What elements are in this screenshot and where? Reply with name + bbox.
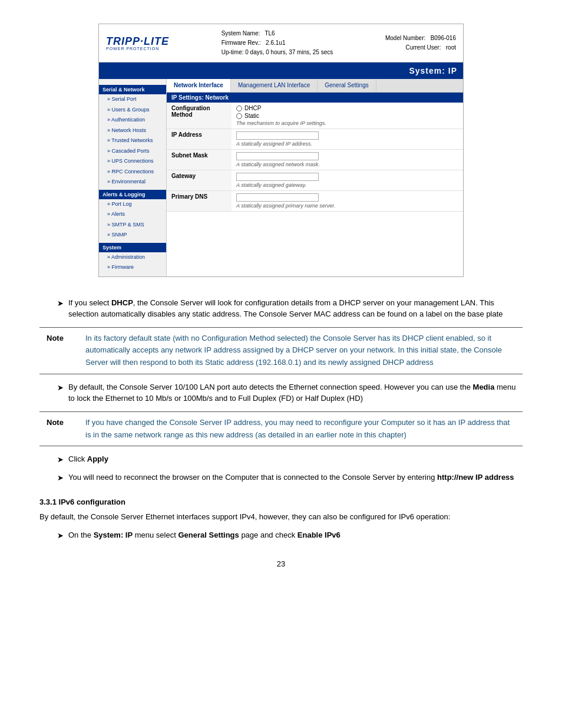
bullet-item-reconnect: ➤ You will need to reconnect the browser… (57, 472, 523, 484)
primary-dns-hint: A statically assigned primary name serve… (236, 203, 458, 209)
system-name-value: TL6 (265, 30, 275, 37)
tab-network-interface[interactable]: Network Interface (167, 79, 231, 92)
radio-dhcp-circle (236, 106, 242, 111)
sidebar-item-port-log[interactable]: Port Log (99, 199, 166, 210)
tabs-row: Network Interface Management LAN Interfa… (167, 79, 463, 93)
sidebar-item-alerts[interactable]: Alerts (99, 209, 166, 220)
gateway-input[interactable] (236, 173, 319, 181)
section-heading-ipv6: 3.3.1 IPv6 configuration (39, 498, 523, 506)
ip-address-label: IP Address (167, 129, 232, 150)
sidebar-item-environmental[interactable]: Environmental (99, 177, 166, 187)
ui-screenshot-panel: TRIPP·LITE POWER PROTECTION System Name:… (98, 24, 464, 277)
note-label-1: Note (47, 332, 76, 344)
sidebar-item-firmware[interactable]: Firmware (99, 262, 166, 273)
bullet-item-ipv6: ➤ On the System: IP menu select General … (57, 529, 523, 542)
sidebar-item-snmp[interactable]: SNMP (99, 230, 166, 241)
note-box-2: Note If you have changed the Console Ser… (39, 411, 523, 447)
sidebar-item-users-groups[interactable]: Users & Groups (99, 105, 166, 116)
bullet-item-media: ➤ By default, the Console Server 10/100 … (57, 381, 523, 404)
sidebar-item-administration[interactable]: Administration (99, 252, 166, 263)
bullet-item-dhcp: ➤ If you select DHCP, the Console Server… (57, 297, 523, 320)
tab-management-lan[interactable]: Management LAN Interface (231, 79, 318, 92)
logo-area: TRIPP·LITE POWER PROTECTION (106, 35, 169, 51)
ip-address-hint: A statically assigned IP address. (236, 141, 458, 147)
title-bar: System: IP (99, 62, 463, 79)
bullet-arrow-5: ➤ (57, 530, 64, 542)
sidebar-item-network-hosts[interactable]: Network Hosts (99, 126, 166, 136)
header-info: System Name: TL6 Firmware Rev.: 2.6.1u1 … (222, 29, 333, 57)
bullet-item-apply: ➤ Click Apply (57, 453, 523, 466)
bullet-arrow-4: ➤ (57, 472, 64, 484)
ip-address-input[interactable] (236, 131, 319, 140)
sidebar-section-alerts-logging: Alerts & Logging (99, 190, 166, 199)
note-box-1: Note In its factory default state (with … (39, 327, 523, 374)
system-name-label: System Name: (222, 30, 260, 37)
section-title-ip-settings: IP Settings: Network (167, 93, 463, 103)
config-method-value: DHCP Static The mechanism to acquire IP … (232, 103, 463, 129)
page-wrapper: TRIPP·LITE POWER PROTECTION System Name:… (35, 24, 527, 568)
row-primary-dns: Primary DNS A statically assigned primar… (167, 191, 463, 212)
sidebar-item-trusted-networks[interactable]: Trusted Networks (99, 136, 166, 146)
subnet-mask-hint: A statically assigned network mask. (236, 162, 458, 167)
bullet-text-3: Click Apply (68, 453, 108, 465)
user-value: root (446, 44, 456, 51)
sidebar-item-ups-connections[interactable]: UPS Connections (99, 156, 166, 167)
ui-header: TRIPP·LITE POWER PROTECTION System Name:… (99, 24, 463, 62)
gateway-value: A statically assigned gateway. (232, 170, 463, 191)
doc-content: ➤ If you select DHCP, the Console Server… (39, 291, 523, 568)
header-model: Model Number: B096-016 Current User: roo… (385, 34, 456, 52)
sidebar-section-system: System (99, 243, 166, 252)
radio-group-method: DHCP Static The mechanism to acquire IP … (236, 105, 458, 126)
gateway-hint: A statically assigned gateway. (236, 182, 458, 188)
ip-settings-form: ConfigurationMethod DHCP Static (167, 103, 463, 212)
ui-sidebar: Serial & Network Serial Port Users & Gro… (99, 79, 167, 276)
bullet-arrow-3: ➤ (57, 454, 64, 466)
config-method-hint: The mechanism to acquire IP settings. (236, 120, 458, 126)
config-method-label: ConfigurationMethod (167, 103, 232, 129)
ip-address-value: A statically assigned IP address. (232, 129, 463, 150)
ui-content: Serial & Network Serial Port Users & Gro… (99, 79, 463, 276)
tab-general-settings[interactable]: General Settings (318, 79, 376, 92)
logo-text: TRIPP·LITE (106, 35, 169, 48)
bullet-text-1: If you select DHCP, the Console Server w… (68, 297, 523, 320)
bullet-text-2: By default, the Console Server 10/100 LA… (68, 381, 523, 404)
sidebar-item-rpc-connections[interactable]: RPC Connections (99, 167, 166, 177)
row-ip-address: IP Address A statically assigned IP addr… (167, 129, 463, 150)
user-label: Current User: (405, 44, 441, 51)
sidebar-item-authentication[interactable]: Authentication (99, 115, 166, 126)
firmware-value: 2.6.1u1 (266, 39, 285, 46)
uptime-text: Up-time: 0 days, 0 hours, 37 mins, 25 se… (222, 48, 333, 57)
radio-static-label: Static (244, 113, 259, 119)
radio-dhcp[interactable]: DHCP (236, 105, 458, 111)
primary-dns-input[interactable] (236, 193, 319, 202)
section-desc-ipv6: By default, the Console Server Ethernet … (39, 511, 523, 523)
row-subnet-mask: Subnet Mask A statically assigned networ… (167, 150, 463, 170)
bullet-text-4: You will need to reconnect the browser o… (68, 472, 514, 483)
primary-dns-label: Primary DNS (167, 191, 232, 212)
model-label: Model Number: (385, 35, 425, 41)
sidebar-item-cascaded-ports[interactable]: Cascaded Ports (99, 146, 166, 157)
sidebar-section-serial-network: Serial & Network (99, 85, 166, 94)
sidebar-item-serial-port[interactable]: Serial Port (99, 94, 166, 105)
bullet-arrow-2: ➤ (57, 382, 64, 394)
subnet-mask-value: A statically assigned network mask. (232, 150, 463, 170)
gateway-label: Gateway (167, 170, 232, 191)
radio-dhcp-label: DHCP (244, 105, 261, 111)
firmware-label: Firmware Rev.: (222, 39, 261, 46)
ui-main: Network Interface Management LAN Interfa… (167, 79, 463, 276)
page-number: 23 (39, 559, 523, 568)
primary-dns-value: A statically assigned primary name serve… (232, 191, 463, 212)
note-text-2: If you have changed the Console Server I… (85, 417, 515, 442)
bullet-arrow-1: ➤ (57, 298, 64, 309)
note-text-1: In its factory default state (with no Co… (85, 332, 515, 369)
radio-static[interactable]: Static (236, 113, 458, 119)
subnet-mask-label: Subnet Mask (167, 150, 232, 170)
sidebar-item-smtp-sms[interactable]: SMTP & SMS (99, 220, 166, 230)
model-value: B096-016 (431, 35, 456, 41)
subnet-mask-input[interactable] (236, 152, 319, 160)
bullet-text-5: On the System: IP menu select General Se… (68, 529, 340, 541)
row-configuration-method: ConfigurationMethod DHCP Static (167, 103, 463, 129)
radio-static-circle (236, 113, 242, 119)
note-label-2: Note (47, 417, 76, 429)
logo-sub: POWER PROTECTION (106, 47, 159, 51)
